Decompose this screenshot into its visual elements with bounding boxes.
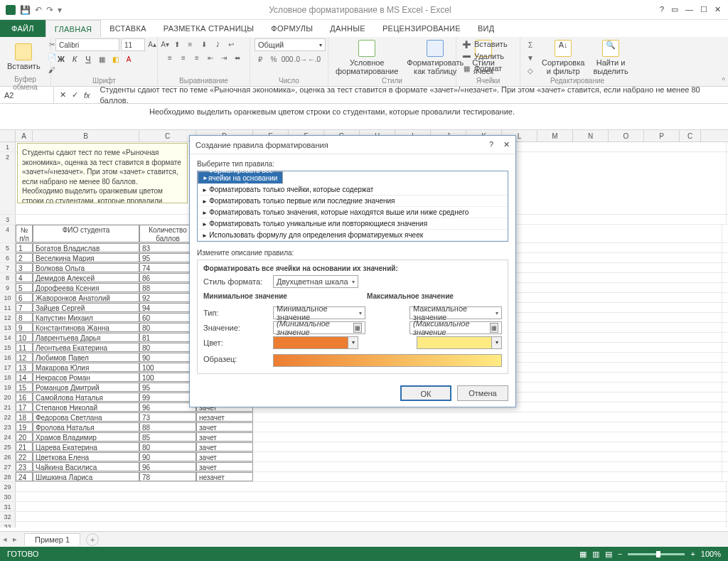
border-icon[interactable]: ▦: [96, 53, 107, 65]
italic-icon[interactable]: К: [69, 53, 80, 65]
rule-type-item[interactable]: Использовать формулу для определения фор…: [198, 230, 508, 241]
row-header[interactable]: 15: [0, 343, 16, 352]
zoom-out-icon[interactable]: −: [618, 550, 622, 558]
increase-decimal-icon[interactable]: .0→: [295, 53, 306, 65]
decrease-indent-icon[interactable]: ⇤: [205, 52, 216, 63]
rule-type-item[interactable]: Форматировать только уникальные или повт…: [198, 218, 508, 230]
row-header[interactable]: 6: [0, 253, 16, 262]
delete-cells-button[interactable]: ➖Удалить: [461, 50, 504, 62]
rule-type-item[interactable]: Форматировать только первые или последни…: [198, 196, 508, 207]
ribbon-options-icon[interactable]: ▭: [671, 5, 678, 14]
dialog-help-icon[interactable]: ?: [489, 140, 493, 149]
zoom-slider[interactable]: [628, 553, 685, 555]
row-header[interactable]: 2: [0, 152, 16, 214]
tab-insert[interactable]: ВСТАВКА: [101, 20, 154, 37]
clear-icon[interactable]: ◇: [525, 65, 536, 76]
align-bottom-icon[interactable]: ⬇: [198, 38, 210, 50]
font-name-select[interactable]: Calibri: [55, 38, 119, 51]
font-size-select[interactable]: 11: [121, 38, 145, 51]
fill-icon[interactable]: ▼: [525, 52, 536, 63]
row-header[interactable]: 30: [0, 492, 16, 501]
qat-dropdown-icon[interactable]: ▾: [58, 5, 62, 15]
row-header[interactable]: 28: [0, 472, 16, 481]
align-right-icon[interactable]: ≡: [191, 52, 203, 63]
conditional-formatting-button[interactable]: Условное форматирование: [333, 38, 401, 77]
row-header[interactable]: 9: [0, 283, 16, 292]
row-header[interactable]: 7: [0, 263, 16, 272]
paste-button[interactable]: Вставить: [4, 42, 43, 72]
formula-bar[interactable]: Студенты сдают тест по теме «Рыночная эк…: [96, 85, 728, 105]
col-last[interactable]: C: [680, 130, 701, 141]
format-cells-button[interactable]: ▦Формат: [461, 63, 502, 74]
tab-data[interactable]: ДАННЫЕ: [321, 20, 374, 37]
view-layout-icon[interactable]: ▥: [592, 550, 599, 559]
row-header[interactable]: 1: [0, 142, 16, 151]
sheet-nav-prev-icon[interactable]: ◂: [0, 535, 10, 544]
tab-layout[interactable]: РАЗМЕТКА СТРАНИЦЫ: [155, 20, 263, 37]
max-color-select[interactable]: ▾: [417, 336, 502, 349]
align-middle-icon[interactable]: ≡: [185, 38, 196, 50]
row-header[interactable]: 29: [0, 482, 16, 491]
col-P[interactable]: P: [644, 130, 680, 141]
merge-icon[interactable]: ⬌: [232, 52, 243, 63]
cancel-button[interactable]: Отмена: [457, 385, 508, 401]
find-select-button[interactable]: 🔍Найти и выделить: [590, 38, 631, 77]
row-header[interactable]: 14: [0, 333, 16, 342]
row-header[interactable]: 20: [0, 392, 16, 402]
close-icon[interactable]: ✕: [714, 5, 721, 14]
row-header[interactable]: 32: [0, 512, 16, 521]
underline-icon[interactable]: Ч: [82, 53, 94, 65]
minimize-icon[interactable]: ―: [685, 5, 693, 14]
select-all-corner[interactable]: [0, 130, 16, 141]
row-header[interactable]: 8: [0, 273, 16, 282]
row-header[interactable]: 31: [0, 502, 16, 511]
autosum-icon[interactable]: Σ: [525, 39, 536, 50]
range-picker-icon[interactable]: ▦: [490, 323, 498, 333]
number-format-select[interactable]: Общий▾: [255, 38, 326, 51]
rule-type-item[interactable]: Форматировать все ячейки на основании их…: [198, 171, 283, 184]
row-header[interactable]: 11: [0, 303, 16, 312]
range-picker-icon[interactable]: ▦: [353, 323, 362, 333]
orientation-icon[interactable]: ⤸: [212, 38, 223, 50]
rule-type-item[interactable]: Форматировать только ячейки, которые сод…: [198, 184, 508, 196]
rule-type-item[interactable]: Форматировать только значения, которые н…: [198, 207, 508, 218]
font-color-icon[interactable]: A: [123, 53, 134, 65]
align-center-icon[interactable]: ≡: [178, 52, 189, 63]
sheet-tab-active[interactable]: Пример 1: [24, 533, 80, 545]
row-header[interactable]: 12: [0, 313, 16, 322]
row-header[interactable]: 4: [0, 225, 16, 242]
row-header[interactable]: 13: [0, 323, 16, 332]
row-header[interactable]: 24: [0, 432, 16, 442]
align-left-icon[interactable]: ≡: [164, 52, 176, 63]
col-M[interactable]: M: [537, 130, 573, 141]
align-top-icon[interactable]: ⬆: [171, 38, 183, 50]
ok-button[interactable]: ОК: [400, 385, 451, 401]
rule-type-list[interactable]: Форматировать все ячейки на основании их…: [197, 171, 508, 242]
row-header[interactable]: 26: [0, 452, 16, 461]
enter-formula-icon[interactable]: ✓: [72, 90, 78, 100]
row-header[interactable]: 10: [0, 293, 16, 302]
col-O[interactable]: O: [609, 130, 644, 141]
tab-home[interactable]: ГЛАВНАЯ: [46, 20, 102, 37]
help-icon[interactable]: ?: [660, 5, 664, 14]
increase-indent-icon[interactable]: ⇥: [218, 52, 230, 63]
min-value-input[interactable]: (Минимальное значение▦: [273, 321, 365, 334]
bold-icon[interactable]: Ж: [55, 53, 67, 65]
tab-review[interactable]: РЕЦЕНЗИРОВАНИЕ: [374, 20, 469, 37]
fill-color-icon[interactable]: ◧: [109, 53, 121, 65]
view-break-icon[interactable]: ▤: [605, 550, 612, 559]
max-value-input[interactable]: (Максимальное значение▦: [410, 321, 502, 334]
collapse-ribbon-icon[interactable]: ^: [722, 77, 725, 85]
row-header[interactable]: 5: [0, 243, 16, 252]
row-header[interactable]: 27: [0, 462, 16, 471]
redo-icon[interactable]: ↷: [46, 5, 53, 15]
col-N[interactable]: N: [573, 130, 609, 141]
tab-formulas[interactable]: ФОРМУЛЫ: [262, 20, 321, 37]
percent-icon[interactable]: %: [268, 53, 279, 65]
row-header[interactable]: 23: [0, 422, 16, 432]
fx-icon[interactable]: fx: [84, 91, 90, 100]
row-header[interactable]: 25: [0, 442, 16, 452]
add-sheet-button[interactable]: +: [86, 533, 99, 546]
format-style-select[interactable]: Двухцветная шкала▾: [273, 275, 358, 288]
dialog-close-icon[interactable]: ✕: [503, 140, 510, 149]
